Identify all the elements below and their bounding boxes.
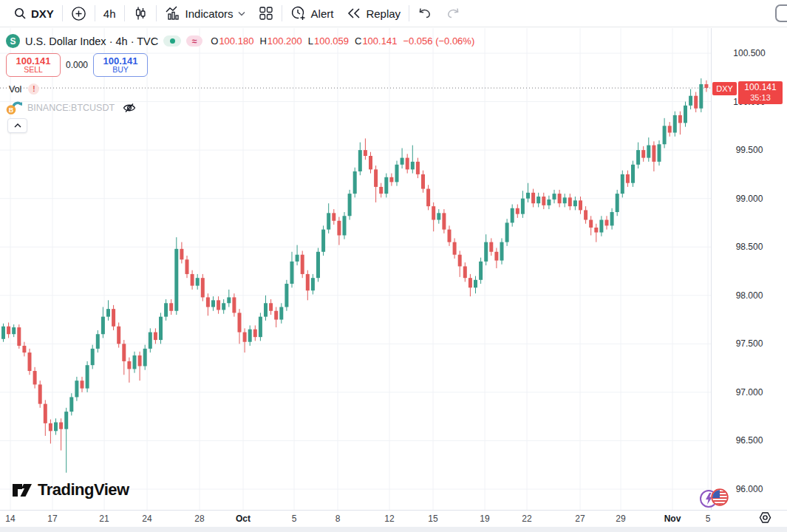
chevron-up-icon: [14, 123, 21, 128]
undo-icon: [418, 7, 432, 19]
price-axis-label: 99.000: [712, 194, 787, 204]
market-status-badge[interactable]: [163, 35, 181, 47]
time-axis-label: 27: [575, 514, 585, 524]
candles-layer: [1, 78, 708, 473]
time-axis-label: 21: [99, 514, 109, 524]
spread-value: 0.000: [61, 60, 93, 70]
collapse-panel-button[interactable]: [7, 118, 27, 133]
indicators-label: Indicators: [185, 7, 234, 20]
close-value: 100.141: [362, 35, 397, 47]
candlestick-icon: [133, 6, 148, 21]
low-label: L: [308, 35, 313, 47]
alert-button[interactable]: Alert: [284, 3, 341, 24]
price-axis-label: 100.500: [712, 48, 787, 58]
last-price-label: 100.141 35:13: [738, 81, 783, 104]
bar-countdown: 35:13: [750, 93, 771, 103]
time-axis-label: 19: [480, 514, 489, 524]
compare-add-button[interactable]: [64, 3, 93, 24]
change-value: −0.056 (−0.06%): [403, 35, 474, 47]
price-axis-label: 98.000: [712, 290, 787, 301]
legend-title[interactable]: U.S. Dollar Index · 4h · TVC: [25, 35, 158, 47]
search-icon: [14, 7, 27, 20]
interval-button[interactable]: 4h: [97, 3, 123, 24]
time-axis-label: 14: [5, 514, 15, 524]
toolbar-separator: [156, 5, 157, 21]
volume-indicator-row[interactable]: Vol !: [9, 83, 39, 95]
time-axis-label: 28: [194, 514, 204, 524]
btcusdt-icon: B: [6, 100, 22, 115]
buy-label: BUY: [112, 66, 129, 74]
buy-price: 100.141: [103, 56, 138, 66]
toolbar-separator: [409, 5, 409, 21]
overlay-symbol-row[interactable]: B BINANCE:BTCUSDT: [6, 100, 137, 115]
high-value: 100.200: [268, 35, 302, 47]
time-axis-label: 5: [706, 514, 711, 524]
time-axis[interactable]: 1417212428Oct58121519222729Nov5: [0, 510, 787, 527]
sell-label: SELL: [24, 66, 43, 74]
price-axis-label: 97.500: [712, 338, 787, 349]
sell-price: 100.141: [16, 56, 51, 66]
volume-label: Vol: [9, 84, 21, 95]
redo-button[interactable]: [439, 3, 467, 24]
alert-clock-icon: [290, 5, 307, 21]
high-label: H: [259, 35, 266, 47]
price-axis-label: 96.500: [712, 435, 787, 446]
ohlc-values: O100.180 H100.200 L100.059 C100.141 −0.0…: [211, 35, 474, 47]
time-axis-label: 15: [428, 514, 437, 524]
time-axis-label: Nov: [664, 514, 681, 524]
time-axis-label: 29: [616, 514, 625, 524]
chart-style-button[interactable]: [126, 3, 154, 24]
interval-label: 4h: [103, 7, 116, 20]
axis-settings-icon[interactable]: [758, 511, 772, 524]
sell-button[interactable]: 100.141 SELL: [6, 53, 61, 77]
top-toolbar: DXY 4h Indicators: [0, 0, 787, 27]
replay-label: Replay: [366, 7, 401, 20]
symbol-legend[interactable]: S U.S. Dollar Index · 4h · TVC ≈ O100.18…: [6, 34, 474, 48]
overlay-symbol-name: BINANCE:BTCUSDT: [27, 103, 115, 113]
time-axis-label: 17: [47, 514, 57, 524]
undo-button[interactable]: [411, 3, 439, 24]
time-axis-label: 8: [335, 514, 341, 524]
tradingview-mark-icon: [12, 480, 33, 499]
time-axis-label: Oct: [236, 514, 251, 524]
delayed-data-badge[interactable]: ≈: [186, 35, 202, 47]
time-axis-label: 22: [522, 514, 531, 524]
toolbar-separator: [95, 5, 95, 21]
layout-grid-button[interactable]: [252, 3, 280, 24]
indicators-icon: [165, 6, 181, 21]
chevron-down-icon: [238, 11, 245, 16]
low-value: 100.059: [314, 35, 349, 47]
economic-events-icon[interactable]: [699, 486, 730, 510]
open-label: O: [211, 35, 218, 47]
price-axis-label: 99.500: [712, 145, 787, 155]
price-axis-label: 98.500: [712, 242, 787, 252]
symbol-search-button[interactable]: DXY: [7, 3, 61, 24]
panel-toggle-icon[interactable]: [775, 4, 787, 22]
order-panel: 100.141 SELL 0.000 100.141 BUY: [6, 53, 148, 77]
symbol-name: DXY: [31, 7, 54, 20]
time-axis-label: 12: [384, 514, 394, 524]
price-axis-label: 97.000: [712, 387, 787, 398]
eye-off-icon[interactable]: [122, 102, 137, 114]
svg-text:B: B: [9, 106, 14, 114]
plus-circle-icon: [71, 6, 86, 21]
close-label: C: [355, 35, 361, 47]
last-price-value: 100.141: [744, 83, 776, 93]
replay-button[interactable]: Replay: [340, 3, 407, 24]
buy-button[interactable]: 100.141 BUY: [93, 53, 148, 77]
replay-rewind-icon: [347, 7, 361, 19]
indicators-button[interactable]: Indicators: [158, 3, 252, 24]
bottom-strip: [0, 527, 787, 532]
chart-canvas[interactable]: [0, 0, 787, 532]
source-logo: S: [6, 34, 20, 48]
toolbar-separator: [62, 5, 63, 21]
time-axis-label: 5: [292, 514, 297, 524]
price-axis-symbol-badge: DXY: [712, 82, 737, 95]
warning-badge[interactable]: !: [28, 83, 39, 95]
redo-icon: [446, 7, 460, 19]
tradingview-wordmark: TradingView: [38, 480, 129, 499]
toolbar-separator: [282, 5, 282, 21]
time-axis-label: 24: [142, 514, 151, 524]
tradingview-logo[interactable]: TradingView: [12, 480, 129, 499]
open-value: 100.180: [219, 35, 253, 47]
